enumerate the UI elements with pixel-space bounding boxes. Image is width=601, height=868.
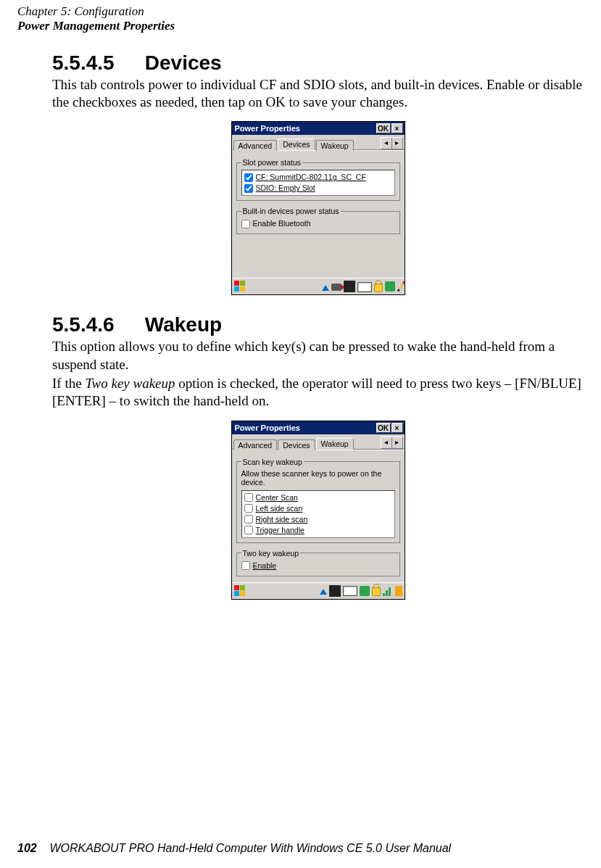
power-icon[interactable] — [395, 586, 402, 596]
start-icon[interactable] — [234, 281, 246, 292]
group-slot-power-status: Slot power status CF: SummitDC-802.11g_S… — [236, 158, 400, 201]
tab-scroll-left-icon[interactable]: ◂ — [381, 138, 392, 149]
running-head-title: Configuration — [74, 4, 144, 18]
running-head-subtitle: Power Management Properties — [17, 19, 175, 33]
checkbox-label: Enable Bluetooth — [253, 218, 311, 229]
checkbox-two-key-enable[interactable]: Enable — [241, 561, 395, 571]
card-icon[interactable] — [344, 281, 355, 292]
tab-scroll[interactable]: ◂▸ — [381, 137, 403, 149]
screenshot-devices-dialog: Power Properties OK × Advanced Devices W… — [231, 121, 405, 295]
checkbox-input[interactable] — [244, 515, 253, 524]
checkbox-sdio-slot[interactable]: SDIO: Empty Slot — [244, 183, 392, 194]
wakeup-paragraph-2: If the Two key wakeup option is checked,… — [52, 375, 584, 410]
tray-icon[interactable] — [320, 589, 327, 595]
group-legend: Two key wakeup — [241, 549, 301, 558]
checkbox-input[interactable] — [244, 493, 253, 502]
keyboard-icon[interactable] — [357, 282, 372, 292]
section-number: 5.5.4.6 — [52, 313, 139, 336]
devices-paragraph: This tab controls power to individual CF… — [52, 76, 584, 112]
stylus-icon[interactable] — [397, 281, 405, 292]
checkbox-input[interactable] — [244, 184, 253, 193]
section-title: Wakeup — [145, 313, 222, 336]
running-head-chapter: Chapter 5: — [17, 4, 74, 18]
scan-key-list: Center Scan Left side scan Right side sc… — [241, 490, 395, 538]
close-button[interactable]: × — [391, 123, 403, 133]
tab-advanced[interactable]: Advanced — [233, 439, 278, 450]
group-legend: Scan key wakeup — [241, 458, 304, 466]
group-two-key-wakeup: Two key wakeup Enable — [236, 549, 400, 576]
tab-wakeup[interactable]: Wakeup — [316, 438, 354, 450]
ok-button[interactable]: OK — [376, 423, 391, 433]
card-icon[interactable] — [329, 585, 341, 597]
checkbox-bluetooth[interactable]: Enable Bluetooth — [241, 218, 395, 229]
signal-icon[interactable] — [383, 586, 393, 596]
tab-advanced[interactable]: Advanced — [233, 140, 278, 151]
lock-icon[interactable] — [372, 587, 381, 596]
tab-scroll-right-icon[interactable]: ▸ — [392, 138, 402, 149]
footer-text: WORKABOUT PRO Hand-Held Computer With Wi… — [49, 842, 451, 854]
tab-wakeup[interactable]: Wakeup — [316, 140, 354, 151]
window-titlebar: Power Properties OK × — [232, 122, 405, 135]
checkbox-label: Left side scan — [256, 503, 303, 514]
slot-list: CF: SummitDC-802.11g_SC_CF SDIO: Empty S… — [241, 170, 395, 196]
network-icon[interactable] — [385, 281, 395, 292]
checkbox-input[interactable] — [244, 526, 253, 534]
ok-button[interactable]: OK — [376, 123, 391, 133]
tab-scroll-right-icon[interactable]: ▸ — [392, 437, 402, 448]
tab-scroll-left-icon[interactable]: ◂ — [381, 437, 392, 448]
checkbox-label: Enable — [253, 561, 277, 571]
tab-strip: Advanced Devices Wakeup ◂▸ — [232, 135, 405, 150]
checkbox-input[interactable] — [241, 561, 250, 570]
running-head: Chapter 5: Configuration Power Managemen… — [17, 4, 584, 34]
checkbox-input[interactable] — [244, 504, 253, 513]
checkbox-center-scan[interactable]: Center Scan — [244, 492, 392, 503]
taskbar — [232, 278, 405, 294]
wakeup-paragraph-1: This option allows you to define which k… — [52, 338, 584, 373]
section-number: 5.5.4.5 — [52, 51, 139, 75]
window-title: Power Properties — [235, 423, 376, 432]
checkbox-right-scan[interactable]: Right side scan — [244, 514, 392, 525]
section-title: Devices — [145, 51, 222, 74]
tab-scroll[interactable]: ◂▸ — [381, 437, 403, 449]
tray-icon[interactable] — [322, 285, 329, 291]
page-number: 102 — [17, 842, 37, 854]
window-titlebar: Power Properties OK × — [232, 421, 405, 434]
checkbox-label: CF: SummitDC-802.11g_SC_CF — [256, 172, 366, 183]
checkbox-trigger-handle[interactable]: Trigger handle — [244, 525, 392, 536]
network-icon[interactable] — [360, 586, 370, 596]
tab-strip: Advanced Devices Wakeup ◂▸ — [232, 434, 405, 450]
window-title: Power Properties — [235, 124, 376, 133]
checkbox-label: SDIO: Empty Slot — [256, 183, 315, 194]
close-button[interactable]: × — [391, 423, 403, 433]
checkbox-input[interactable] — [244, 173, 253, 182]
group-builtin-devices: Built-in devices power status Enable Blu… — [236, 207, 400, 234]
tab-devices[interactable]: Devices — [278, 439, 315, 450]
tab-devices[interactable]: Devices — [278, 139, 315, 150]
checkbox-label: Right side scan — [256, 514, 308, 525]
group-legend: Built-in devices power status — [241, 207, 341, 215]
checkbox-label: Center Scan — [256, 492, 298, 503]
taskbar — [232, 582, 405, 599]
section-heading-wakeup: 5.5.4.6 Wakeup — [52, 313, 584, 336]
ir-icon[interactable] — [331, 284, 341, 291]
scan-key-hint: Allow these scanner keys to power on the… — [241, 469, 395, 490]
keyboard-icon[interactable] — [343, 586, 357, 596]
group-scan-key-wakeup: Scan key wakeup Allow these scanner keys… — [236, 458, 400, 543]
section-heading-devices: 5.5.4.5 Devices — [52, 51, 584, 75]
lock-icon[interactable] — [374, 284, 383, 292]
screenshot-wakeup-dialog: Power Properties OK × Advanced Devices W… — [231, 421, 405, 600]
checkbox-left-scan[interactable]: Left side scan — [244, 503, 392, 514]
system-tray — [320, 585, 402, 597]
checkbox-input[interactable] — [241, 220, 250, 228]
checkbox-label: Trigger handle — [256, 525, 304, 536]
checkbox-cf-slot[interactable]: CF: SummitDC-802.11g_SC_CF — [244, 172, 392, 183]
start-icon[interactable] — [234, 585, 246, 597]
system-tray — [322, 281, 402, 292]
group-legend: Slot power status — [241, 158, 303, 167]
page-footer: 102 WORKABOUT PRO Hand-Held Computer Wit… — [17, 842, 584, 855]
